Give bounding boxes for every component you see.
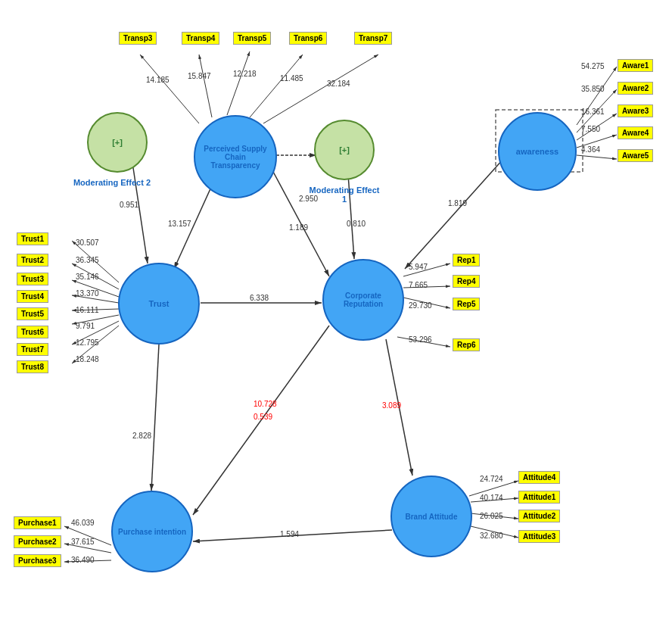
attitude3-box: Attitude3	[518, 530, 560, 543]
rep1-loading: 5.947	[409, 263, 428, 271]
rep5-box: Rep5	[453, 298, 480, 310]
trust5-box: Trust5	[17, 307, 48, 320]
svg-line-14	[263, 55, 378, 123]
transp4-loading: 15.847	[188, 72, 211, 80]
transp7-box: Transp7	[354, 32, 392, 45]
mod1-corp-path: 0.810	[347, 220, 366, 228]
aware5-box: Aware5	[618, 149, 653, 162]
trust1-box: Trust1	[17, 232, 48, 245]
trust-purchase-path: 2.828	[132, 432, 151, 440]
aware2-box: Aware2	[618, 82, 653, 95]
transp3-box: Transp3	[119, 32, 157, 45]
trust1-loading: 30.507	[76, 239, 99, 247]
mod1-inner-label: [+]	[339, 145, 350, 154]
trust4-box: Trust4	[17, 290, 48, 303]
svg-line-19	[577, 155, 617, 159]
transp-mod1-path: 2.950	[299, 195, 318, 203]
svg-line-13	[250, 55, 303, 117]
corp-brand-path: 3.089	[382, 401, 401, 410]
attitude4-loading: 24.724	[480, 475, 503, 483]
mod2-trust-path: 0.951	[120, 201, 138, 209]
rep6-loading: 53.296	[409, 335, 432, 344]
trust5-loading: 16.111	[76, 306, 99, 314]
trust3-loading: 35.146	[76, 273, 99, 281]
awareness-node: awareness	[498, 112, 577, 191]
svg-line-10	[140, 55, 199, 123]
trust-corp-path: 6.338	[250, 294, 269, 302]
purchase1-box: Purchase1	[14, 516, 61, 529]
rep1-box: Rep1	[453, 254, 480, 267]
transp-corp-path: 1.189	[289, 223, 308, 232]
moderating-effect-1-node: [+]	[314, 120, 375, 180]
trust6-loading: 9.791	[76, 322, 95, 330]
svg-line-36	[405, 159, 503, 269]
aware1-loading: 54.275	[581, 62, 605, 70]
svg-line-39	[151, 345, 159, 491]
corporate-reputation-node: CorporateReputation	[322, 259, 404, 341]
purchase-intention-node: Purchase intention	[111, 491, 193, 572]
rep6-box: Rep6	[453, 338, 480, 351]
mod2-inner-label: [+]	[112, 138, 123, 147]
purchase3-loading: 36.490	[71, 556, 95, 564]
trust2-box: Trust2	[17, 254, 48, 267]
purchase2-box: Purchase2	[14, 535, 61, 548]
transp5-box: Transp5	[233, 32, 271, 45]
transp-trust-path: 13.157	[168, 220, 191, 228]
rep5-loading: 29.730	[409, 301, 432, 310]
trust7-loading: 12.795	[76, 338, 99, 347]
aware5-loading: 4.364	[581, 145, 600, 154]
rep4-loading: 7.665	[409, 281, 428, 289]
svg-line-11	[199, 55, 212, 117]
transp6-box: Transp6	[289, 32, 327, 45]
trust8-loading: 18.248	[76, 355, 99, 363]
aware-corp-path: 1.819	[448, 199, 467, 207]
moderating-effect-2-label: Moderating Effect 2	[67, 178, 157, 187]
trust3-box: Trust3	[17, 273, 48, 285]
purchase1-loading: 46.039	[71, 519, 95, 527]
attitude2-loading: 26.025	[480, 512, 503, 520]
corp-purchase-path: 0.539	[254, 413, 272, 421]
transp5-loading: 12.218	[233, 70, 257, 78]
aware4-loading: 7.550	[581, 125, 600, 133]
aware3-loading: 16.361	[581, 108, 605, 116]
moderating-effect-2-node: [+]	[87, 112, 148, 173]
attitude4-box: Attitude4	[518, 471, 560, 484]
trust7-box: Trust7	[17, 343, 48, 356]
attitude2-box: Attitude2	[518, 510, 560, 522]
aware1-box: Aware1	[618, 59, 653, 72]
aware2-loading: 35.850	[581, 85, 605, 93]
brand-attitude-node: Brand Attitude	[390, 476, 472, 557]
trust8-box: Trust8	[17, 360, 48, 373]
aware4-box: Aware4	[618, 126, 653, 139]
svg-line-12	[227, 51, 250, 115]
rep4-box: Rep4	[453, 275, 480, 288]
trust-node: Trust	[118, 263, 200, 345]
attitude3-loading: 32.680	[480, 532, 503, 540]
attitude1-loading: 40.174	[480, 494, 503, 502]
perceived-transparency-node: Perceived SupplyChainTransparency	[194, 115, 277, 198]
trust4-loading: 13.370	[76, 289, 99, 298]
transp7-loading: 32.184	[327, 80, 350, 88]
transp3-loading: 14.185	[146, 76, 170, 84]
aware3-box: Aware3	[618, 104, 653, 117]
attitude1-box: Attitude1	[518, 491, 560, 504]
trust6-box: Trust6	[17, 326, 48, 338]
transp6-loading: 11.485	[280, 74, 303, 83]
purchase2-loading: 37.615	[71, 538, 95, 546]
diagram-canvas: [+] Moderating Effect 2 [+] Moderating E…	[0, 0, 672, 633]
brand-purchase-path: 1.594	[280, 530, 299, 538]
trust2-loading: 36.345	[76, 256, 99, 264]
corp-purchase-path2: 10.728	[254, 400, 277, 408]
purchase3-box: Purchase3	[14, 554, 61, 567]
svg-line-15	[577, 67, 617, 125]
transp4-box: Transp4	[182, 32, 219, 45]
